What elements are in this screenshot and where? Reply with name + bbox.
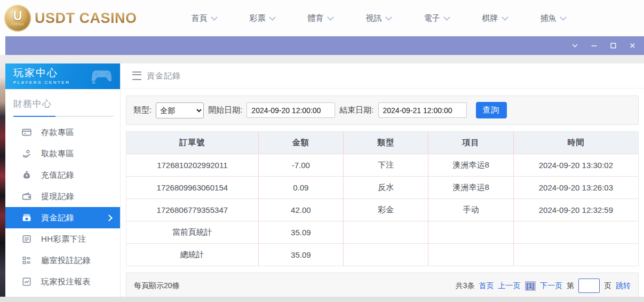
window-maximize-button[interactable] xyxy=(607,40,619,52)
nav-item-fishing[interactable]: 捕魚 xyxy=(540,13,566,23)
table-cell: 1726809963060154 xyxy=(126,177,259,199)
table-cell xyxy=(344,244,428,266)
table-cell xyxy=(428,244,513,266)
chevron-down-icon xyxy=(443,14,450,21)
nav-item-lottery[interactable]: 彩票 xyxy=(250,13,275,23)
table-cell: 2024-09-20 13:30:02 xyxy=(513,154,638,177)
page-bottom-strip xyxy=(0,297,644,302)
total-count-text: 共3条 xyxy=(456,281,475,291)
sidebar-item-withdrawal-records[interactable]: 提現記錄 xyxy=(5,186,120,207)
nav-item-label: 彩票 xyxy=(250,13,266,23)
query-button[interactable]: 查詢 xyxy=(476,102,507,118)
section-title: 財務中心 xyxy=(13,98,114,110)
brand-logo-icon: U CASINO xyxy=(4,5,31,31)
nav-item-label: 捕魚 xyxy=(540,13,556,23)
brand-name: USDT CASINO xyxy=(35,10,137,27)
page-size-text: 每頁顯示20條 xyxy=(134,281,180,291)
first-page-link[interactable]: 首页 xyxy=(479,281,494,291)
pagination-controls: 共3条 首页 上一页 [1] 下一页 第 页 跳转 xyxy=(456,279,631,293)
page-title: 資金記錄 xyxy=(147,71,181,81)
list-check-icon xyxy=(22,256,31,265)
table-cell xyxy=(513,221,638,244)
logo-letter: U xyxy=(13,10,22,22)
nav-item-label: 體育 xyxy=(308,13,324,23)
table-cell: 1726810202992011 xyxy=(126,154,259,177)
sidebar-item-player-bet-report[interactable]: 玩家投注報表 xyxy=(5,271,120,292)
prev-page-link[interactable]: 上一页 xyxy=(498,281,521,291)
nav-item-live-video[interactable]: 視訊 xyxy=(366,13,391,23)
nav-item-label: 首頁 xyxy=(192,13,208,23)
column-header: 項目 xyxy=(428,132,513,154)
sidebar-item-label: 取款專區 xyxy=(41,149,74,159)
chevron-down-icon xyxy=(327,14,334,21)
nav-item-label: 棋牌 xyxy=(482,13,498,23)
sidebar-header: 玩家中心 PLAYERS CENTER xyxy=(5,63,120,89)
table-cell: 35.09 xyxy=(258,244,343,266)
sidebar-item-deposit-zone[interactable]: 存款專區 xyxy=(5,122,120,143)
next-page-link[interactable]: 下一页 xyxy=(540,281,562,291)
sidebar-item-room-bet-records[interactable]: 廳室投註記錄 xyxy=(5,250,120,271)
sidebar-item-label: HH彩票下注 xyxy=(41,234,86,244)
hand-money-icon xyxy=(22,149,31,158)
table-row: 總統計35.09 xyxy=(126,244,639,266)
start-date-label: 開始日期: xyxy=(208,105,242,115)
nav-item-label: 電子 xyxy=(424,13,440,23)
chevron-down-icon xyxy=(560,14,567,21)
player-center-window: 玩家中心 PLAYERS CENTER 財務中心 存款專區取款專區充值記錄提現記… xyxy=(5,63,644,297)
type-select[interactable]: 全部 xyxy=(156,102,204,118)
main-nav: 首頁彩票體育視訊電子棋牌捕魚 xyxy=(192,13,566,23)
window-close-button[interactable] xyxy=(626,40,639,52)
nav-item-chess-cards[interactable]: 棋牌 xyxy=(482,13,507,23)
gamepad-icon xyxy=(90,67,115,86)
table-cell: 下注 xyxy=(344,154,428,177)
breadcrumb: 資金記錄 xyxy=(121,63,644,89)
jump-action-link[interactable]: 跳转 xyxy=(616,281,631,291)
nav-item-home[interactable]: 首頁 xyxy=(192,13,217,23)
sidebar-item-label: 提現記錄 xyxy=(41,192,74,202)
cash-icon xyxy=(22,213,31,222)
jump-suffix-label: 页 xyxy=(604,281,611,291)
nav-item-slots[interactable]: 電子 xyxy=(424,13,449,23)
section-underline xyxy=(13,116,114,117)
table-cell: 2024-09-20 13:26:03 xyxy=(513,177,638,199)
end-date-input[interactable] xyxy=(378,102,467,118)
table-cell: 彩金 xyxy=(344,199,428,221)
chevron-down-icon xyxy=(211,14,218,21)
list-icon xyxy=(22,234,31,244)
start-date-input[interactable] xyxy=(247,102,335,118)
sidebar-item-recharge-records[interactable]: 充值記錄 xyxy=(5,164,120,186)
sidebar-item-label: 存款專區 xyxy=(41,128,74,138)
wallet-icon xyxy=(22,192,31,201)
column-header: 訂單號 xyxy=(126,132,259,154)
sidebar-item-funds-records[interactable]: 資金記錄 xyxy=(5,207,120,228)
sidebar-item-withdrawal-zone[interactable]: 取款專區 xyxy=(5,143,120,164)
current-page-indicator: [1] xyxy=(525,281,536,291)
hamburger-icon[interactable] xyxy=(132,71,141,80)
pagination-bar: 每頁顯示20條 共3条 首页 上一页 [1] 下一页 第 页 跳转 xyxy=(126,273,639,299)
logo-subtext: CASINO xyxy=(11,23,24,26)
sidebar-menu: 存款專區取款專區充值記錄提現記錄資金記錄HH彩票下注廳室投註記錄玩家投注報表 xyxy=(5,122,120,292)
window-collapse-button[interactable] xyxy=(568,40,581,52)
site-header: U CASINO USDT CASINO 首頁彩票體育視訊電子棋牌捕魚 xyxy=(0,0,644,36)
column-header: 類型 xyxy=(344,132,428,154)
chevron-right-icon xyxy=(106,214,113,221)
window-titlebar xyxy=(5,36,644,55)
brand[interactable]: U CASINO USDT CASINO xyxy=(4,5,137,31)
page-jump-input[interactable] xyxy=(578,279,600,293)
window-minimize-button[interactable] xyxy=(587,40,600,52)
sidebar: 玩家中心 PLAYERS CENTER 財務中心 存款專區取款專區充值記錄提現記… xyxy=(5,63,120,297)
table-cell xyxy=(428,221,513,244)
table-cell: 42.00 xyxy=(258,199,343,221)
window-top-margin xyxy=(0,55,644,63)
nav-item-label: 視訊 xyxy=(366,13,382,23)
nav-item-sports[interactable]: 體育 xyxy=(308,13,333,23)
table-cell xyxy=(513,244,638,266)
money-bag-icon xyxy=(22,170,31,180)
chevron-down-icon xyxy=(385,14,392,21)
funds-records-table: 訂單號金額類型項目時間 1726810202992011-7.00下注澳洲幸运8… xyxy=(126,131,639,266)
filter-bar: 類型: 全部 開始日期: 結束日期: 查詢 xyxy=(126,96,639,125)
table-cell: 2024-09-20 12:32:59 xyxy=(513,199,638,221)
sidebar-item-hh-lottery-bets[interactable]: HH彩票下注 xyxy=(5,228,120,250)
chart-icon xyxy=(22,277,31,287)
table-cell: 手动 xyxy=(428,199,513,221)
